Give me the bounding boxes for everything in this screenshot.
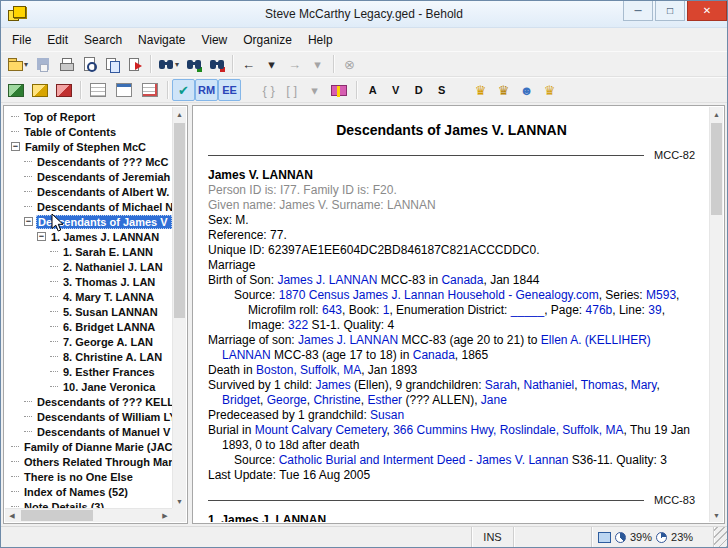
report-link[interactable]: M593	[646, 288, 676, 302]
toggle-v-button[interactable]: V	[384, 79, 407, 101]
page-layout-button[interactable]	[85, 79, 111, 101]
tree-hscroll-thumb[interactable]	[21, 510, 93, 521]
save-button[interactable]	[31, 53, 54, 75]
toggle-d-button[interactable]: D	[407, 79, 430, 101]
close-button[interactable]: ✕	[687, 1, 727, 21]
report-link[interactable]: Esther	[367, 393, 402, 407]
tree-item[interactable]: Family of Dianne Marie (JACK	[5, 439, 172, 454]
tree-item[interactable]: Descendants of Jeremiah	[5, 169, 172, 184]
dropdown-arrow-icon[interactable]: ▾	[24, 60, 28, 69]
menu-view[interactable]: View	[193, 30, 235, 50]
scroll-down-arrow-icon[interactable]: ▼	[173, 494, 186, 508]
tree-item[interactable]: 3. Thomas J. LAN	[5, 274, 172, 289]
report-link[interactable]: Boston, Suffolk, MA	[256, 363, 361, 377]
report-link[interactable]: 39	[648, 303, 661, 317]
report-link[interactable]: James J. LANNAN	[298, 333, 398, 347]
forward-button[interactable]: →	[283, 53, 306, 75]
tree-item[interactable]: 6. Bridget LANNA	[5, 319, 172, 334]
instant-report-button[interactable]	[28, 79, 52, 101]
report-link[interactable]: Nathaniel	[524, 378, 575, 392]
tree-item[interactable]: Descendants of Albert W.	[5, 184, 172, 199]
tree-item[interactable]: Others Related Through Marr	[5, 454, 172, 469]
report-link[interactable]: _____	[511, 303, 544, 317]
scroll-right-arrow-icon[interactable]: ▶	[158, 509, 172, 523]
find-next-button[interactable]	[182, 53, 205, 75]
ee-numbering-toggle[interactable]: EE	[218, 79, 241, 101]
report-link[interactable]: 643	[322, 303, 342, 317]
report-link[interactable]: Mount Calvary Cemetery	[255, 423, 387, 437]
back-button[interactable]: ←	[237, 53, 260, 75]
report-link[interactable]: 322	[288, 318, 308, 332]
report-link[interactable]: Sarah	[485, 378, 517, 392]
menu-organize[interactable]: Organize	[235, 30, 300, 50]
report-link[interactable]: George	[267, 393, 307, 407]
report-link[interactable]: Jane	[481, 393, 507, 407]
collapse-box-icon[interactable]: −	[24, 217, 33, 226]
tree-item[interactable]: Descendants of ??? McC	[5, 154, 172, 169]
brackets-button[interactable]: [ ]	[280, 79, 303, 101]
back-history-button[interactable]: ▾	[260, 53, 283, 75]
tags-button[interactable]	[137, 79, 163, 101]
menu-help[interactable]: Help	[300, 30, 341, 50]
tree-item[interactable]: −Family of Stephen McC	[5, 139, 172, 154]
scroll-up-arrow-icon[interactable]: ▲	[710, 107, 723, 121]
find-button[interactable]: ▾	[155, 53, 182, 75]
collapse-box-icon[interactable]: −	[37, 232, 46, 241]
tree-vertical-scrollbar[interactable]: ▲ ▼	[172, 107, 186, 508]
tree-item[interactable]: Descendants of William LY	[5, 409, 172, 424]
report-vscroll-thumb[interactable]	[711, 123, 722, 215]
minimize-button[interactable]: ─	[623, 1, 653, 21]
tree-item[interactable]: 5. Susan LANNAN	[5, 304, 172, 319]
scroll-down-arrow-icon[interactable]: ▼	[710, 508, 723, 522]
report-link[interactable]: Thomas	[581, 378, 624, 392]
print-button[interactable]	[54, 53, 77, 75]
collapse-box-icon[interactable]: −	[11, 142, 20, 151]
toggle-s-button[interactable]: S	[430, 79, 453, 101]
report-link[interactable]: Canada	[413, 348, 455, 362]
forward-history-button[interactable]: ▾	[306, 53, 329, 75]
app-icon[interactable]	[8, 6, 26, 22]
report-link[interactable]: Mary	[631, 378, 657, 392]
tree-item[interactable]: 8. Christine A. LAN	[5, 349, 172, 364]
maximize-button[interactable]: □	[655, 1, 685, 21]
menu-navigate[interactable]: Navigate	[130, 30, 193, 50]
report-link[interactable]: James	[315, 378, 350, 392]
print-preview-button[interactable]	[77, 53, 100, 75]
export-button[interactable]	[123, 53, 146, 75]
tree-item[interactable]: Descendants of ??? KELL	[5, 394, 172, 409]
toggle-a-button[interactable]: A	[361, 79, 384, 101]
tree-item[interactable]: 7. George A. LAN	[5, 334, 172, 349]
report-link[interactable]: Bridget	[222, 393, 260, 407]
tree-item[interactable]: Top of Report	[5, 109, 172, 124]
report-link[interactable]: 476b	[586, 303, 613, 317]
tree-item[interactable]: Descendants of Michael N	[5, 199, 172, 214]
stop-button[interactable]: ⊗	[338, 53, 361, 75]
columns-button[interactable]	[111, 79, 137, 101]
resize-grip[interactable]	[714, 527, 727, 547]
report-link[interactable]: Susan	[370, 408, 404, 422]
report-link[interactable]: 1870 Census James J. Lannan Household - …	[279, 288, 599, 302]
menu-file[interactable]: File	[4, 30, 39, 50]
menu-search[interactable]: Search	[76, 30, 130, 50]
tree-item[interactable]: 10. Jane Veronica	[5, 379, 172, 394]
tree-horizontal-scrollbar[interactable]: ◀ ▶	[5, 508, 172, 522]
tree-item[interactable]: Index of Names (52)	[5, 484, 172, 499]
scroll-up-arrow-icon[interactable]: ▲	[173, 107, 186, 121]
tree-item[interactable]: −1. James J. LANNAN	[5, 229, 172, 244]
report-link[interactable]: Catholic Burial and Interment Deed - Jam…	[279, 453, 569, 467]
report-link[interactable]: Christine	[313, 393, 360, 407]
tree-item[interactable]: 4. Mary T. LANNA	[5, 289, 172, 304]
copy-button[interactable]	[100, 53, 123, 75]
tree-item[interactable]: There is no One Else	[5, 469, 172, 484]
tree-vscroll-thumb[interactable]	[174, 123, 185, 318]
rm-numbering-toggle[interactable]: RM	[195, 79, 218, 101]
tree-item[interactable]: 1. Sarah E. LANN	[5, 244, 172, 259]
find-prev-button[interactable]	[205, 53, 228, 75]
dropdown-arrow-icon[interactable]: ▾	[175, 60, 179, 69]
organize-button[interactable]	[4, 79, 28, 101]
gift-button[interactable]	[326, 79, 352, 101]
tree-item[interactable]: 2. Nathaniel J. LAN	[5, 259, 172, 274]
tree-item[interactable]: Note Details (3)	[5, 499, 172, 508]
everyone-button[interactable]: ♛	[469, 79, 492, 101]
relatives-button[interactable]: ♛	[538, 79, 561, 101]
